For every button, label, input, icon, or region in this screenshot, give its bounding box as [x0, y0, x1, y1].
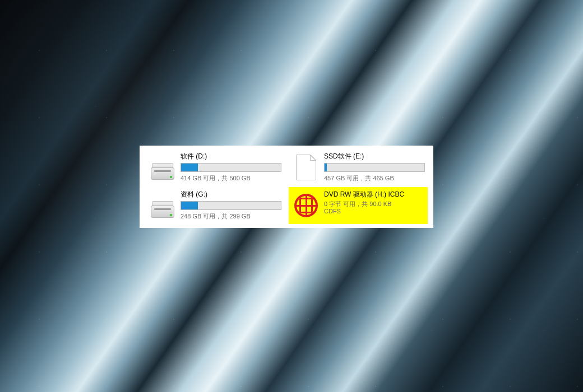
hard-drive-icon — [148, 152, 177, 183]
drive-g-status: 248 GB 可用，共 299 GB — [181, 212, 281, 220]
drive-d-status: 414 GB 可用，共 500 GB — [181, 174, 281, 182]
drive-g-capacity-fill — [181, 202, 198, 209]
drive-g-capacity-bar — [181, 201, 281, 210]
drive-e-capacity-fill — [325, 164, 327, 171]
drive-d-name: 软件 (D:) — [181, 152, 281, 161]
drive-e-status: 457 GB 可用，共 465 GB — [324, 174, 425, 182]
drive-e[interactable]: SSD软件 (E:) 457 GB 可用，共 465 GB — [289, 149, 428, 186]
drive-d[interactable]: 软件 (D:) 414 GB 可用，共 500 GB — [145, 149, 284, 186]
drive-h-status: 0 字节 可用，共 90.0 KB — [324, 200, 425, 208]
drives-grid: 软件 (D:) 414 GB 可用，共 500 GB SSD软件 (E:) — [145, 149, 428, 224]
file-icon — [292, 152, 321, 183]
drive-e-capacity-bar — [324, 163, 425, 172]
drive-h[interactable]: DVD RW 驱动器 (H:) ICBC 0 字节 可用，共 90.0 KB C… — [289, 187, 428, 224]
drives-panel: 软件 (D:) 414 GB 可用，共 500 GB SSD软件 (E:) — [140, 146, 433, 228]
drive-d-capacity-fill — [181, 164, 198, 171]
drive-g[interactable]: 资料 (G:) 248 GB 可用，共 299 GB — [145, 187, 284, 224]
hard-drive-icon — [148, 190, 177, 221]
drive-e-name: SSD软件 (E:) — [324, 152, 425, 161]
desktop-background: 软件 (D:) 414 GB 可用，共 500 GB SSD软件 (E:) — [0, 0, 583, 392]
drive-h-name: DVD RW 驱动器 (H:) ICBC — [324, 190, 425, 199]
drive-h-filesystem: CDFS — [324, 208, 425, 214]
icbc-disc-icon — [292, 190, 321, 221]
drive-g-name: 资料 (G:) — [181, 190, 281, 199]
drive-d-capacity-bar — [181, 163, 281, 172]
